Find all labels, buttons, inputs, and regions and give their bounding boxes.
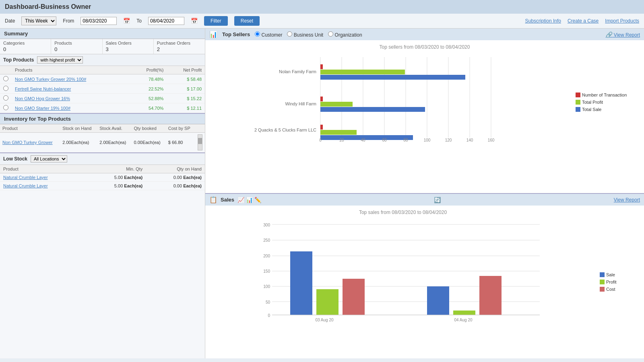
svg-text:120: 120 [445, 138, 452, 142]
inventory-table: Product Stock on Hand Stock Avail. Qty b… [0, 124, 205, 152]
svg-text:60: 60 [382, 138, 387, 142]
product-profit-pct: 22.52% [131, 84, 167, 94]
product-radio[interactable] [3, 86, 8, 91]
svg-text:140: 140 [466, 138, 473, 142]
product-name-link[interactable]: Non GMO Starter 19% 100# [15, 106, 70, 111]
table-row: Non GMO Turkey Grower 2.00Each(ea) 2.00E… [0, 133, 205, 152]
inv-product-link[interactable]: Non GMO Turkey Grower [2, 140, 53, 145]
date-label: Date [5, 18, 15, 24]
calendar-icon-to[interactable]: 📅 [191, 18, 198, 24]
summary-products-label: Products [54, 41, 99, 46]
legend-item-profit: Total Profit [576, 100, 640, 105]
profit-col-header: Profit(%) [131, 66, 167, 74]
summary-header: Summary [0, 29, 205, 39]
main-layout: Summary Categories 0 Products 0 Sales Or… [0, 29, 644, 358]
subscription-info-link[interactable]: Subscription Info [525, 18, 561, 24]
create-case-link[interactable]: Create a Case [568, 18, 599, 24]
ls-qty-hand-col: Qty on Hand [146, 165, 205, 173]
svg-text:80: 80 [403, 138, 408, 142]
calendar-icon-from[interactable]: 📅 [123, 18, 130, 24]
date-select[interactable]: This Week [21, 16, 56, 25]
radio-group-top-sellers: Customer Business Unit Organization [255, 31, 362, 38]
right-panel: 📊 Top Sellers Customer Business Unit Org… [205, 29, 644, 358]
legend-label-profit: Total Profit [582, 100, 603, 105]
svg-text:20: 20 [339, 138, 344, 142]
top-products-select[interactable]: with highest profit with most sales with… [37, 56, 83, 64]
sales-edit-icon[interactable]: ✏️ [254, 197, 261, 203]
lowstock-product-link[interactable]: Natural Crumble Layer [3, 175, 48, 180]
svg-rect-18 [320, 125, 323, 130]
table-row: Non GMO Starter 19% 100# 54.70% $ 12.11 [0, 103, 205, 113]
top-sellers-chart-title: Top sellers from 08/03/2020 to 08/04/202… [209, 44, 640, 50]
refresh-icon[interactable]: 🔄 [434, 197, 441, 203]
product-net-profit: $ 17.00 [167, 84, 205, 94]
lowstock-qty-hand: 0.00 Each(ea) [146, 173, 205, 182]
left-panel: Summary Categories 0 Products 0 Sales Or… [0, 29, 205, 358]
legend-label-sales-cost: Cost [606, 287, 615, 292]
product-net-profit: $ 12.11 [167, 103, 205, 113]
to-date-input[interactable] [148, 17, 184, 25]
summary-section: Summary Categories 0 Products 0 Sales Or… [0, 29, 205, 54]
inv-stock-avail-col: Stock Avail. [97, 124, 131, 133]
legend-label-transactions: Number of Transaction [582, 93, 627, 97]
legend-label-sale: Total Sale [582, 107, 601, 112]
radio-business-unit[interactable]: Business Unit [287, 31, 323, 38]
svg-text:0: 0 [268, 313, 270, 318]
reset-button[interactable]: Reset [234, 16, 260, 26]
inventory-section: Inventory for Top Products Product Stock… [0, 113, 205, 152]
top-sellers-legend: Number of Transaction Total Profit Total… [576, 53, 640, 143]
product-name-link[interactable]: Fertrell Swine Nutri-balancer [15, 86, 71, 91]
summary-sales-orders-label: Sales Orders [106, 41, 150, 46]
inv-stock-hand-col: Stock on Hand [60, 124, 97, 133]
product-radio[interactable] [3, 76, 8, 81]
sales-section: 📋 Sales 📈 📊 ✏️ 🔄 View Report Top sales f… [205, 194, 644, 358]
product-profit-pct: 52.88% [131, 94, 167, 103]
inv-stock-avail-val: 2.00Each(ea) [97, 133, 131, 152]
legend-item-sale: Total Sale [576, 107, 640, 112]
filter-button[interactable]: Filter [204, 16, 228, 26]
radio-customer[interactable]: Customer [255, 31, 282, 38]
product-name-link[interactable]: Non GMO Hog Grower 16% [15, 96, 70, 101]
netprofit-col-header: Net Profit [167, 66, 205, 74]
legend-box-profit [576, 100, 580, 105]
top-sellers-chart-body: Top sellers from 08/03/2020 to 08/04/202… [205, 40, 644, 193]
legend-box-sales-cost [600, 287, 605, 292]
summary-col-sales-orders: Sales Orders 3 [103, 39, 154, 54]
product-radio[interactable] [3, 95, 8, 101]
svg-rect-14 [320, 75, 465, 80]
top-products-section: Top Products with highest profit with mo… [0, 54, 205, 113]
svg-rect-16 [320, 102, 353, 107]
from-date-input[interactable] [80, 17, 117, 25]
import-products-link[interactable]: Import Products [605, 18, 639, 24]
legend-item-transactions: Number of Transaction [576, 93, 640, 97]
top-sellers-view-report[interactable]: 🔗 View Report [606, 31, 640, 38]
lowstock-product-link[interactable]: Natural Crumble Layer [3, 183, 48, 188]
summary-categories-value: 0 [3, 46, 47, 52]
radio-organization[interactable]: Organization [328, 31, 362, 38]
from-label: From [63, 18, 74, 24]
svg-rect-20 [320, 135, 413, 140]
table-row: Natural Crumble Layer 5.00 Each(ea) 0.00… [0, 173, 205, 182]
inv-cost-col: Cost by SP [166, 124, 195, 133]
summary-col-purchase-orders: Purchase Orders 2 [154, 39, 205, 54]
inv-product-col: Product [0, 124, 60, 133]
svg-rect-48 [453, 311, 475, 315]
low-stock-location-select[interactable]: All Locations [31, 155, 67, 162]
svg-text:100: 100 [424, 138, 431, 142]
inv-cost-val: $ 66.80 [166, 133, 195, 152]
table-row: Non GMO Turkey Grower 20% 100# 78.48% $ … [0, 74, 205, 84]
product-name-link[interactable]: Non GMO Turkey Grower 20% 100# [15, 77, 86, 82]
product-radio[interactable] [3, 105, 8, 110]
sales-chart-title: Top sales from 08/03/2020 to 08/04/2020 [209, 210, 597, 215]
legend-item-sale: Sale [600, 272, 640, 277]
sales-bar-chart-icon[interactable]: 📊 [246, 197, 253, 203]
top-sellers-icon: 📊 [209, 31, 217, 38]
svg-text:2 Quacks & 5 Clucks Farm LLC: 2 Quacks & 5 Clucks Farm LLC [254, 128, 316, 132]
legend-item-sales-profit: Profit [600, 280, 640, 284]
sales-view-report[interactable]: View Report [614, 197, 640, 203]
products-col-header: Products [12, 66, 131, 74]
lowstock-min-qty: 5.00 Each(ea) [87, 182, 146, 190]
product-profit-pct: 54.70% [131, 103, 167, 113]
sales-line-chart-icon[interactable]: 📈 [237, 197, 244, 203]
svg-text:04 Aug 20: 04 Aug 20 [454, 318, 472, 322]
